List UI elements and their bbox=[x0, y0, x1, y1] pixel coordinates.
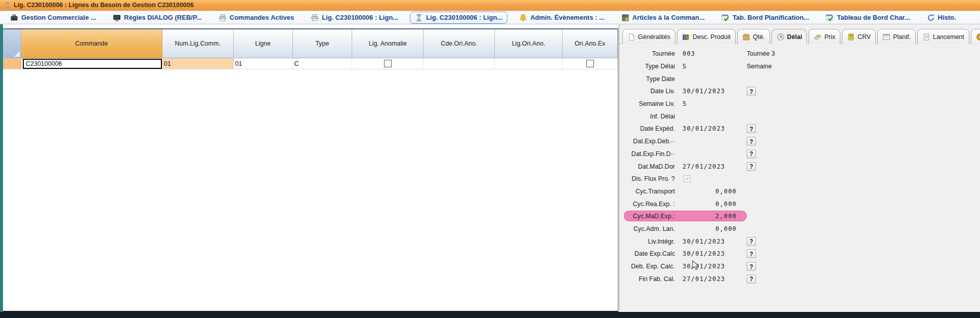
col-header-commande[interactable]: Commande bbox=[21, 29, 162, 58]
mouse-cursor bbox=[692, 260, 702, 273]
field-value: 30/01/2023 bbox=[683, 263, 725, 270]
help-button-liv-int-gr[interactable]: ? bbox=[747, 237, 756, 246]
field-value: 27/01/2023 bbox=[683, 275, 725, 283]
field-label: Date Expéd. bbox=[619, 125, 675, 132]
help-button-dat-exp-deb[interactable]: ? bbox=[747, 137, 756, 146]
grid-cell-cde-ori-ano[interactable] bbox=[423, 58, 495, 69]
grid-cell-ligne[interactable]: 01 bbox=[234, 58, 293, 69]
field-row-semaine-liv: Semaine Liv. 5 bbox=[619, 98, 980, 110]
field-row-dis-flux-pro: Dis. Flux Pro. ?✓ bbox=[619, 173, 980, 185]
app-tab-tab-bord-planification-8[interactable]: Tab. Bord Planification... bbox=[716, 12, 814, 24]
app-tab-tableau-de-bord-char-9[interactable]: Tableau de Bord Char... bbox=[821, 12, 915, 24]
app-tab-gestion-commerciale-1[interactable]: Gestion Commerciale ... bbox=[5, 12, 101, 24]
grid-select-all-cell[interactable] bbox=[3, 29, 21, 58]
cube-icon bbox=[621, 14, 629, 22]
panel-tab-gear[interactable] bbox=[971, 29, 980, 44]
crv-icon bbox=[847, 33, 855, 41]
field-row-date-exp-d: Date Expéd.30/01/2023? bbox=[619, 123, 980, 135]
field-row-cyc-transport: Cyc.Transport0,000 bbox=[619, 185, 980, 198]
doc-icon bbox=[627, 33, 635, 41]
panel-tab-label: Qté. bbox=[753, 33, 765, 41]
field-value: 30/01/2023 bbox=[683, 125, 725, 132]
lancement-icon bbox=[922, 33, 930, 41]
col-header-lig-anomalie[interactable]: Lig. Anomalie bbox=[352, 29, 423, 58]
help-button-dat-mad-dor[interactable]: ? bbox=[747, 162, 756, 171]
panel-tab-label: Délai bbox=[787, 33, 802, 41]
app-tab-commandes-actives-3[interactable]: Commandes Actives bbox=[214, 12, 299, 24]
panel-tab-label: CRV bbox=[858, 33, 871, 41]
grid-checkbox-ori-ano-ex[interactable] bbox=[586, 60, 594, 67]
grid-checkbox-lig-anomalie[interactable] bbox=[384, 60, 392, 67]
field-label: Dat.Exp.Deb.·· bbox=[619, 138, 675, 145]
field-row-cyc-rea-exp: Cyc.Rea.Exp. :0,000 bbox=[619, 197, 980, 210]
help-button-dat-exp-fin-d[interactable]: ? bbox=[747, 149, 756, 158]
help-button-date-exp-calc[interactable]: ? bbox=[747, 250, 756, 258]
help-button-date-liv[interactable]: ? bbox=[747, 87, 756, 96]
box-icon bbox=[742, 33, 750, 41]
field-row-inf-d-lai: Inf. Délai bbox=[619, 110, 980, 123]
col-header-cde-ori-ano[interactable]: Cde.Ori.Ano. bbox=[423, 29, 495, 58]
grid-header-row: CommandeNum.Lig.Comm.LigneTypeLig. Anoma… bbox=[3, 29, 618, 58]
app-tab-label: Lig. C230100006 : Lign... bbox=[322, 14, 398, 21]
app-tab-label: Tableau de Bord Char... bbox=[837, 14, 910, 21]
field-label: Dis. Flux Pro. ? bbox=[619, 175, 675, 182]
app-tab-lig-c230100006-lign-4[interactable]: Lig. C230100006 : Lign... bbox=[306, 12, 403, 24]
field-row-cyc-adm-lan: Cyc.Adm. Lan.0,000 bbox=[619, 223, 980, 235]
panel-tab-d-lai[interactable]: Délai bbox=[772, 29, 807, 44]
col-header-num-lig-comm[interactable]: Num.Lig.Comm. bbox=[162, 29, 234, 58]
gear-icon bbox=[976, 33, 980, 41]
app-tab-admin-v-nements-6[interactable]: Admin. Évènements : ... bbox=[514, 12, 610, 24]
panel-tab-crv[interactable]: CRV bbox=[842, 29, 876, 44]
field-row-date-exp-calc: Date Exp.Calc30/01/2023? bbox=[619, 248, 980, 260]
app-tab-label: Lig. C230100006 : Lign... bbox=[426, 14, 502, 21]
delai-form: Tournée003Tournée 3Type DélaiSSemaineTyp… bbox=[619, 48, 980, 285]
history-icon bbox=[927, 14, 935, 22]
help-button-date-exp-d[interactable]: ? bbox=[747, 125, 756, 133]
panel-tab-prix[interactable]: Prix bbox=[808, 29, 840, 44]
grid-cell-type[interactable]: C bbox=[293, 58, 353, 69]
panel-tab-g-n-ralit-s[interactable]: Généralités bbox=[622, 29, 675, 44]
col-header-ligne[interactable]: Ligne bbox=[234, 29, 293, 58]
field-row-cyc-mad-exp: Cyc.MaD.Exp.:2,000 bbox=[619, 210, 980, 223]
grid-data-row[interactable]: C2301000060101C bbox=[3, 58, 618, 69]
field-value: S bbox=[683, 63, 687, 70]
col-header-type[interactable]: Type bbox=[293, 29, 353, 58]
help-button-deb-exp-calc[interactable]: ? bbox=[747, 262, 756, 271]
panel-tab-planif[interactable]: Planif. bbox=[877, 29, 916, 44]
grid-cell-lig-ori-ano[interactable] bbox=[495, 58, 563, 69]
field-label: Semaine Liv. bbox=[619, 100, 675, 107]
grid-cell-lig-anomalie[interactable] bbox=[352, 58, 423, 69]
field-value: 30/01/2023 bbox=[683, 250, 725, 257]
grid-cell-commande-input[interactable]: C230100006 bbox=[23, 59, 162, 69]
field-checkbox-dis-flux-pro[interactable]: ✓ bbox=[684, 175, 691, 182]
grid-cell-commande[interactable]: C230100006 bbox=[21, 58, 162, 69]
app-tab-lig-c230100006-lign-5[interactable]: Lig. C230100006 : Lign... bbox=[410, 12, 507, 24]
app-tab-articles-la-comman-7[interactable]: Articles à la Comman... bbox=[616, 12, 710, 24]
field-label: Cyc.Adm. Lan. bbox=[619, 225, 675, 232]
grid-cell-ori-ano-ex[interactable] bbox=[563, 58, 618, 69]
app-tab-label: Gestion Commerciale ... bbox=[21, 14, 96, 21]
window-titlebar: Lig. C230100006 : Lignes du Besoin de Ge… bbox=[0, 0, 980, 11]
field-label: Dat.MaD.Dor bbox=[619, 163, 675, 170]
row-header-cell[interactable] bbox=[3, 58, 21, 69]
field-label: Fin Fab. Cal. bbox=[619, 275, 675, 283]
bell-icon bbox=[519, 14, 527, 22]
col-header-ori-ano-ex[interactable]: Ori.Ano.Ex bbox=[563, 29, 618, 58]
panel-tab-lancement[interactable]: Lancement bbox=[917, 29, 969, 44]
panel-tab-qt[interactable]: Qté. bbox=[737, 29, 770, 44]
help-button-fin-fab-cal[interactable]: ? bbox=[747, 274, 756, 283]
order-lines-grid: CommandeNum.Lig.Comm.LigneTypeLig. Anoma… bbox=[3, 28, 618, 312]
field-value: 2,000 bbox=[680, 213, 737, 220]
field-label: Date Liv. bbox=[619, 88, 675, 95]
briefcase-icon bbox=[10, 14, 18, 22]
app-tab-r-gles-dialog-reb-p-2[interactable]: Règles DIALOG (REB/P... bbox=[108, 12, 207, 24]
col-header-lig-ori-ano[interactable]: Lig.Ori.Ano. bbox=[495, 29, 563, 58]
app-tab-label: Admin. Évènements : ... bbox=[530, 14, 605, 21]
app-tab-histo-10[interactable]: Histo. bbox=[922, 12, 961, 24]
app-tab-label: Articles à la Comman... bbox=[632, 14, 705, 21]
field-row-date-liv: Date Liv.30/01/2023? bbox=[619, 85, 980, 98]
panel-tab-label: Desc. Produit bbox=[693, 33, 731, 41]
panel-tab-label: Lancement bbox=[933, 33, 964, 41]
panel-tab-desc-produit[interactable]: Desc. Produit bbox=[677, 29, 736, 44]
grid-cell-num-lig-comm[interactable]: 01 bbox=[162, 58, 234, 69]
